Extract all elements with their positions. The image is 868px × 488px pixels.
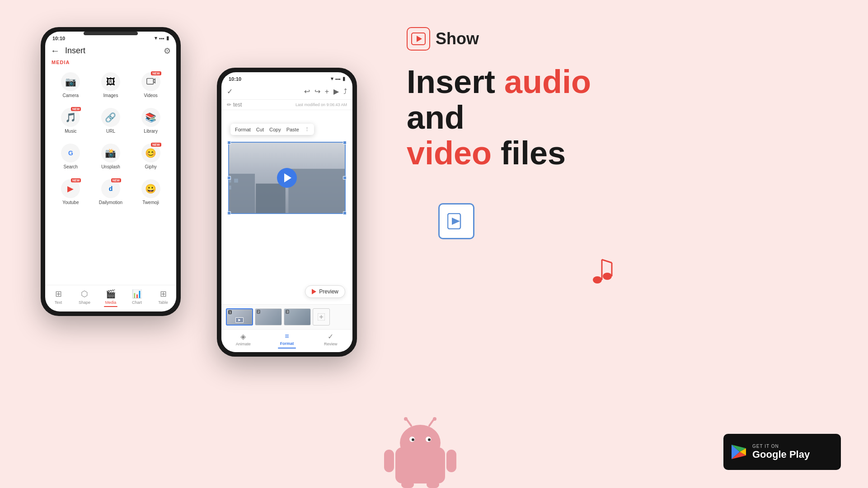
media-grid-row3: G Search 📸 Unsplash 😊 NEW Giphy xyxy=(52,140,170,173)
editor-toolbar: ✓ ↩ ↪ + ▶ ⤴ xyxy=(221,84,352,100)
slide-thumb-1[interactable]: 1 xyxy=(226,308,253,325)
google-play-badge[interactable]: GET IT ON Google Play xyxy=(723,434,841,470)
nav-item-text[interactable]: ⊞ Text xyxy=(45,289,71,307)
media-item-youtube[interactable]: ▶ NEW Youtube xyxy=(52,176,90,209)
videos-new-badge: NEW xyxy=(151,71,161,75)
format-tab-label: Format xyxy=(280,341,294,346)
svg-rect-34 xyxy=(427,481,439,488)
handle-bottom-right[interactable] xyxy=(343,211,347,215)
tab-review[interactable]: ✓ Review xyxy=(309,332,352,349)
handle-middle-left[interactable] xyxy=(227,176,231,180)
handle-top-right[interactable] xyxy=(343,141,347,144)
android-mascot xyxy=(384,416,456,488)
svg-rect-6 xyxy=(229,186,231,190)
get-it-on-text: GET IT ON xyxy=(752,444,810,449)
signal-icon-right: ▪▪▪ xyxy=(335,76,341,82)
float-music-svg xyxy=(592,257,615,284)
handle-middle-right[interactable] xyxy=(343,176,347,180)
svg-rect-1 xyxy=(229,174,255,213)
context-menu: Format Cut Copy Paste ⋮ xyxy=(230,124,314,135)
svg-rect-8 xyxy=(288,169,345,213)
media-item-unsplash[interactable]: 📸 Unsplash xyxy=(92,140,130,173)
nav-item-chart[interactable]: 📊 Chart xyxy=(124,289,150,307)
media-item-videos[interactable]: NEW Videos xyxy=(131,69,170,102)
tab-animate[interactable]: ◈ Animate xyxy=(221,332,265,349)
handle-bottom-left[interactable] xyxy=(227,211,231,215)
phone-left-screen: 10:10 ▾ ▪▪▪ ▮ ← Insert ⚙ MEDIA 📷 Camera xyxy=(45,32,176,311)
share-icon[interactable]: ⤴ xyxy=(343,88,347,96)
play-icon[interactable]: ▶ xyxy=(333,87,339,96)
media-item-giphy[interactable]: 😊 NEW Giphy xyxy=(131,140,170,173)
search-icon: G xyxy=(61,144,80,163)
context-cut[interactable]: Cut xyxy=(256,127,264,132)
search-label: Search xyxy=(63,164,78,169)
bottom-nav-left: ⊞ Text ⬡ Shape 🎬 Media 📊 Chart ⊞ Table xyxy=(45,285,176,311)
media-item-camera[interactable]: 📷 Camera xyxy=(52,69,90,102)
status-bar-right: 10:10 ▾ ▪▪▪ ▮ xyxy=(221,72,352,84)
headline-audio: audio xyxy=(504,64,591,100)
media-item-twemoji[interactable]: 😀 Twemoji xyxy=(131,176,170,209)
table-nav-label: Table xyxy=(158,300,168,305)
headline-line1: Insert audio xyxy=(407,64,850,100)
battery-icon: ▮ xyxy=(166,35,169,41)
floating-music-icon xyxy=(592,257,615,290)
chart-nav-icon: 📊 xyxy=(132,289,142,299)
dailymotion-label: Dailymotion xyxy=(99,200,122,205)
media-item-library[interactable]: 📚 Library xyxy=(131,104,170,137)
preview-play-icon xyxy=(312,289,316,294)
settings-icon[interactable]: ⚙ xyxy=(164,46,171,56)
status-time-left: 10:10 xyxy=(52,36,65,41)
nav-item-media[interactable]: 🎬 Media xyxy=(98,289,124,307)
video-container[interactable] xyxy=(228,142,346,214)
review-tab-icon: ✓ xyxy=(328,332,333,341)
slide-thumb-2[interactable]: 2 xyxy=(255,308,282,325)
context-paste[interactable]: Paste xyxy=(286,127,299,132)
music-label: Music xyxy=(65,129,76,134)
svg-point-28 xyxy=(404,417,408,421)
context-copy[interactable]: Copy xyxy=(269,127,281,132)
svg-marker-13 xyxy=(417,36,422,42)
library-label: Library xyxy=(144,129,158,134)
back-button[interactable]: ← xyxy=(51,46,60,56)
editor-area[interactable]: Format Cut Copy Paste ⋮ xyxy=(221,110,352,304)
media-item-url[interactable]: 🔗 URL xyxy=(92,104,130,137)
media-section: MEDIA 📷 Camera 🖼 Images xyxy=(45,60,176,285)
last-modified: Last modified on 9:06:43 AM xyxy=(296,102,347,107)
media-item-search[interactable]: G Search xyxy=(52,140,90,173)
media-item-music[interactable]: 🎵 NEW Music xyxy=(52,104,90,137)
svg-point-25 xyxy=(412,438,414,441)
media-item-images[interactable]: 🖼 Images xyxy=(92,69,130,102)
giphy-label: Giphy xyxy=(145,164,157,169)
headline-line3: video files xyxy=(407,135,850,171)
bottom-tab-bar-right: ◈ Animate ≡ Format ✓ Review xyxy=(221,329,352,352)
add-icon[interactable]: + xyxy=(325,88,329,96)
slides-strip: 1 2 3 xyxy=(221,304,352,329)
handle-top-left[interactable] xyxy=(227,141,231,144)
animate-tab-icon: ◈ xyxy=(240,332,246,341)
context-more-icon[interactable]: ⋮ xyxy=(305,126,310,132)
status-icons-right: ▾ ▪▪▪ ▮ xyxy=(331,76,345,82)
undo-icon[interactable]: ↩ xyxy=(304,87,310,96)
review-tab-label: Review xyxy=(324,342,338,346)
animate-tab-label: Animate xyxy=(236,342,251,346)
nav-item-shape[interactable]: ⬡ Shape xyxy=(71,289,98,307)
doc-name: test xyxy=(233,102,242,108)
chart-nav-label: Chart xyxy=(132,300,142,305)
redo-icon[interactable]: ↪ xyxy=(314,87,320,96)
check-icon[interactable]: ✓ xyxy=(227,87,233,96)
nav-item-table[interactable]: ⊞ Table xyxy=(150,289,176,307)
context-format[interactable]: Format xyxy=(235,127,251,132)
slide-add-button[interactable] xyxy=(313,308,330,325)
camera-icon: 📷 xyxy=(61,72,80,91)
tab-format[interactable]: ≡ Format xyxy=(265,332,309,349)
slide-thumb-3[interactable]: 3 xyxy=(284,308,311,325)
media-item-dailymotion[interactable]: d NEW Dailymotion xyxy=(92,176,130,209)
twemoji-icon: 😀 xyxy=(141,179,160,198)
media-nav-underline xyxy=(104,306,117,307)
battery-icon-right: ▮ xyxy=(343,76,345,82)
preview-button[interactable]: Preview xyxy=(305,285,345,298)
preview-label: Preview xyxy=(319,288,338,295)
giphy-new-badge: NEW xyxy=(151,143,161,147)
video-play-button[interactable] xyxy=(277,168,297,188)
shape-nav-icon: ⬡ xyxy=(81,289,88,299)
